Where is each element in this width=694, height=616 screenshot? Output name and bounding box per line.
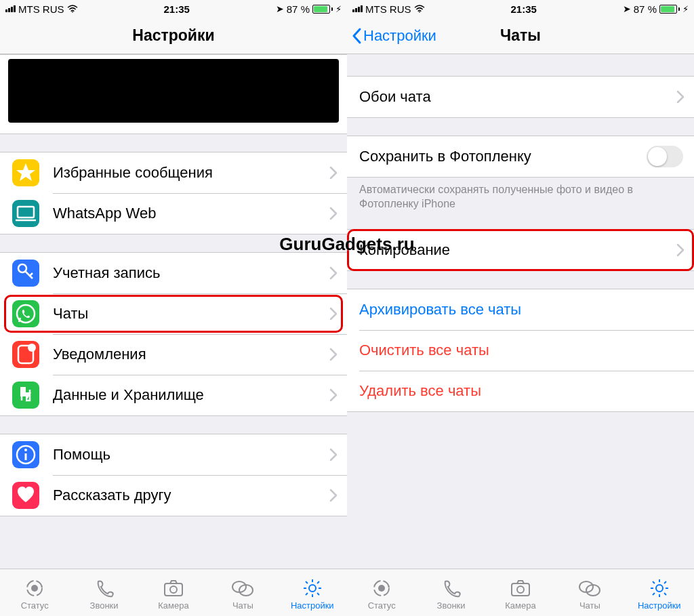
row-label: Уведомления — [53, 346, 329, 363]
row-delete-all[interactable]: Удалить все чаты — [347, 371, 694, 411]
key-icon — [12, 260, 39, 287]
location-icon: ➤ — [623, 3, 631, 14]
nav-title: Чаты — [500, 26, 541, 45]
notification-icon — [12, 341, 39, 368]
nav-title: Настройки — [132, 26, 214, 45]
row-label: Рассказать другу — [53, 487, 329, 504]
back-button[interactable]: Настройки — [351, 27, 436, 45]
tab-label: Камера — [505, 600, 535, 611]
tab-label: Чаты — [232, 600, 253, 611]
tab-label: Звонки — [90, 600, 119, 611]
tab-settings[interactable]: Настройки — [285, 577, 340, 611]
row-chats[interactable]: Чаты — [0, 293, 347, 334]
tab-camera[interactable]: Камера — [146, 577, 201, 611]
signal-icon — [352, 5, 363, 12]
tab-chats[interactable]: Чаты — [216, 577, 270, 611]
charging-icon: ⚡︎ — [335, 4, 342, 14]
chevron-right-icon — [676, 90, 685, 104]
star-icon — [12, 159, 39, 186]
wifi-icon — [67, 5, 78, 13]
row-starred-messages[interactable]: Избранные сообщения — [0, 152, 347, 193]
row-label: Обои чата — [359, 88, 676, 106]
row-label: WhatsApp Web — [53, 205, 329, 222]
row-label: Данные и Хранилище — [53, 386, 329, 404]
chevron-right-icon — [329, 207, 338, 220]
back-label: Настройки — [363, 27, 436, 45]
battery-pct: 87 % — [287, 3, 310, 15]
toggle-save-media[interactable] — [647, 146, 683, 167]
group-help-tell: Помощь Рассказать другу — [0, 434, 347, 516]
group-starred-web: Избранные сообщения WhatsApp Web — [0, 152, 347, 234]
row-label: Избранные сообщения — [53, 164, 329, 182]
chevron-right-icon — [329, 348, 338, 361]
row-whatsapp-web[interactable]: WhatsApp Web — [0, 193, 347, 234]
group-account-chats: Учетная запись Чаты Уведомления Данные и… — [0, 252, 347, 416]
row-tell-a-friend[interactable]: Рассказать другу — [0, 475, 347, 516]
save-media-hint: Автоматически сохранять полученные фото … — [347, 178, 694, 211]
clock: 21:35 — [510, 3, 536, 15]
chevron-right-icon — [329, 266, 338, 280]
charging-icon: ⚡︎ — [682, 4, 689, 14]
wifi-icon — [414, 5, 425, 13]
row-label: Архивировать все чаты — [359, 301, 694, 319]
screenshot-chats-settings: MTS RUS 21:35 ➤ 87 % ⚡︎ Настройки Чаты — [347, 0, 694, 616]
chevron-left-icon — [351, 27, 362, 45]
tab-label: Чаты — [579, 600, 600, 611]
group-chat-actions: Архивировать все чаты Очистить все чаты … — [347, 289, 694, 412]
tab-label: Звонки — [437, 600, 466, 611]
signal-icon — [5, 5, 16, 12]
group-save-media: Сохранить в Фотопленку — [347, 136, 694, 178]
location-icon: ➤ — [276, 3, 284, 14]
chevron-right-icon — [329, 388, 338, 402]
whatsapp-icon — [12, 300, 39, 327]
screenshot-settings: MTS RUS 21:35 ➤ 87 % ⚡︎ Настройки Избран… — [0, 0, 347, 616]
carrier-label: MTS RUS — [18, 3, 64, 15]
row-notifications[interactable]: Уведомления — [0, 334, 347, 375]
tab-status[interactable]: Статус — [7, 577, 62, 611]
tab-bar: Статус Звонки Камера Чаты Настройки — [0, 569, 347, 616]
carrier-label: MTS RUS — [365, 3, 411, 15]
chevron-right-icon — [329, 307, 338, 321]
row-clear-all[interactable]: Очистить все чаты — [347, 330, 694, 371]
row-save-to-camera-roll[interactable]: Сохранить в Фотопленку — [347, 136, 694, 177]
laptop-icon — [12, 200, 39, 227]
row-help[interactable]: Помощь — [0, 434, 347, 475]
nav-bar: Настройки — [0, 18, 347, 54]
status-bar: MTS RUS 21:35 ➤ 87 % ⚡︎ — [347, 0, 694, 18]
tab-settings[interactable]: Настройки — [632, 577, 687, 611]
row-data-storage[interactable]: Данные и Хранилище — [0, 375, 347, 415]
tab-camera[interactable]: Камера — [493, 577, 548, 611]
row-chat-wallpaper[interactable]: Обои чата — [347, 77, 694, 117]
row-label: Сохранить в Фотопленку — [359, 148, 647, 165]
chevron-right-icon — [676, 243, 685, 257]
profile-redacted — [8, 59, 339, 123]
tab-label: Настройки — [638, 600, 681, 611]
row-archive-all[interactable]: Архивировать все чаты — [347, 289, 694, 330]
battery-icon — [659, 5, 680, 14]
tab-label: Камера — [158, 600, 188, 611]
profile-row[interactable] — [0, 54, 347, 134]
row-label: Учетная запись — [53, 264, 329, 282]
data-icon — [12, 382, 39, 409]
battery-icon — [312, 5, 333, 14]
tab-status[interactable]: Статус — [354, 577, 409, 611]
chevron-right-icon — [329, 448, 338, 461]
row-label: Помощь — [53, 446, 329, 464]
row-label: Очистить все чаты — [359, 342, 694, 359]
tab-label: Настройки — [291, 600, 334, 611]
row-label: Чаты — [53, 305, 329, 323]
tab-label: Статус — [21, 600, 49, 611]
row-account[interactable]: Учетная запись — [0, 253, 347, 293]
info-icon — [12, 441, 39, 468]
tab-chats[interactable]: Чаты — [563, 577, 617, 611]
battery-pct: 87 % — [634, 3, 657, 15]
tab-calls[interactable]: Звонки — [424, 577, 478, 611]
chevron-right-icon — [329, 166, 338, 180]
heart-icon — [12, 482, 39, 509]
nav-bar: Настройки Чаты — [347, 18, 694, 54]
watermark-text: GuruGadgets.ru — [279, 234, 414, 255]
status-bar: MTS RUS 21:35 ➤ 87 % ⚡︎ — [0, 0, 347, 18]
tab-calls[interactable]: Звонки — [77, 577, 131, 611]
tab-label: Статус — [368, 600, 396, 611]
row-label: Удалить все чаты — [359, 382, 694, 400]
